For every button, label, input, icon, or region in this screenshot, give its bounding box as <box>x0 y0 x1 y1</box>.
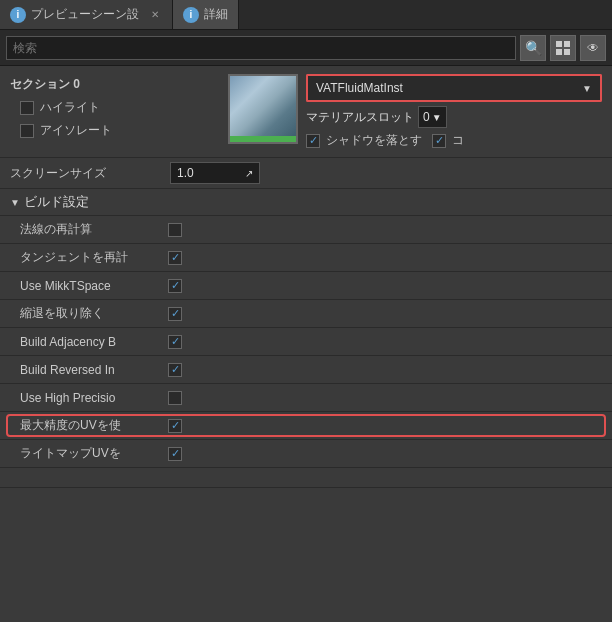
lightmap-checkbox[interactable] <box>168 447 182 461</box>
tangents-checkbox[interactable] <box>168 251 182 265</box>
slot-value: 0 <box>423 110 430 124</box>
screensize-input[interactable]: 1.0 ↗ <box>170 162 260 184</box>
slot-row: マテリアルスロット 0 ▼ <box>306 106 602 128</box>
mikkt-value <box>168 279 602 293</box>
expand-icon: ↗ <box>245 168 253 179</box>
tangents-value <box>168 251 602 265</box>
detail-tab-icon: i <box>183 7 199 23</box>
maxuv-checkbox[interactable] <box>168 419 182 433</box>
material-dropdown[interactable]: VATFluidMatInst ▼ <box>306 74 602 102</box>
search-button[interactable]: 🔍 <box>520 35 546 61</box>
build-settings-label: ビルド設定 <box>24 193 89 211</box>
normals-checkbox[interactable] <box>168 223 182 237</box>
highprecision-label: Use High Precisio <box>20 391 168 405</box>
material-dropdown-label: VATFluidMatInst <box>316 81 403 95</box>
preview-tab-icon: i <box>10 7 26 23</box>
search-input[interactable] <box>6 36 516 60</box>
build-prop-maxuv: 最大精度のUVを使 <box>0 412 612 440</box>
normals-label: 法線の再計算 <box>20 221 168 238</box>
degenerate-value <box>168 307 602 321</box>
shadow-checkbox2[interactable] <box>432 134 446 148</box>
screensize-row: スクリーンサイズ 1.0 ↗ <box>0 158 612 189</box>
lightmap-label: ライトマップUVを <box>20 445 168 462</box>
svg-rect-0 <box>556 41 562 47</box>
screensize-value: 1.0 ↗ <box>170 162 602 184</box>
bottom-spacer <box>0 468 612 488</box>
main-content: セクション 0 ハイライト アイソレート VATFluidMatInst ▼ <box>0 66 612 622</box>
shadow-checkbox[interactable] <box>306 134 320 148</box>
adjacency-checkbox[interactable] <box>168 335 182 349</box>
highlight-label: ハイライト <box>40 99 100 116</box>
shadow-label2: コ <box>452 132 464 149</box>
build-prop-reversed: Build Reversed In <box>0 356 612 384</box>
view-grid-button[interactable] <box>550 35 576 61</box>
mikkt-checkbox[interactable] <box>168 279 182 293</box>
degenerate-label: 縮退を取り除く <box>20 305 168 322</box>
mikkt-label: Use MikkTSpace <box>20 279 168 293</box>
slot-label: マテリアルスロット <box>306 109 414 126</box>
preview-tab-label: プレビューシーン設 <box>31 6 139 23</box>
section0-label: セクション 0 <box>10 76 220 93</box>
normals-value <box>168 223 602 237</box>
eye-button[interactable]: 👁 <box>580 35 606 61</box>
shadow-label: シャドウを落とす <box>326 132 422 149</box>
build-prop-tangents: タンジェントを再計 <box>0 244 612 272</box>
search-bar: 🔍 👁 <box>0 30 612 66</box>
build-expand-icon: ▼ <box>10 197 20 208</box>
highprecision-checkbox[interactable] <box>168 391 182 405</box>
shadow-row: シャドウを落とす コ <box>306 132 602 149</box>
build-prop-normals: 法線の再計算 <box>0 216 612 244</box>
build-prop-adjacency: Build Adjacency B <box>0 328 612 356</box>
screensize-label: スクリーンサイズ <box>10 165 170 182</box>
build-prop-degenerate: 縮退を取り除く <box>0 300 612 328</box>
svg-rect-1 <box>564 41 570 47</box>
build-settings-header[interactable]: ▼ ビルド設定 <box>0 189 612 216</box>
maxuv-label: 最大精度のUVを使 <box>20 417 168 434</box>
svg-rect-2 <box>556 49 562 55</box>
reversed-label: Build Reversed In <box>20 363 168 377</box>
tab-detail[interactable]: i 詳細 <box>173 0 239 29</box>
tangents-label: タンジェントを再計 <box>20 249 168 266</box>
adjacency-value <box>168 335 602 349</box>
slot-dropdown-icon: ▼ <box>432 112 442 123</box>
degenerate-checkbox[interactable] <box>168 307 182 321</box>
maxuv-value <box>168 419 602 433</box>
highlight-checkbox[interactable] <box>20 101 34 115</box>
detail-tab-label: 詳細 <box>204 6 228 23</box>
tab-preview[interactable]: i プレビューシーン設 ✕ <box>0 0 173 29</box>
thumbnail-image <box>230 76 296 142</box>
isolate-checkbox[interactable] <box>20 124 34 138</box>
build-prop-mikkt: Use MikkTSpace <box>0 272 612 300</box>
isolate-label: アイソレート <box>40 122 112 139</box>
reversed-checkbox[interactable] <box>168 363 182 377</box>
build-prop-lightmap: ライトマップUVを <box>0 440 612 468</box>
highprecision-value <box>168 391 602 405</box>
adjacency-label: Build Adjacency B <box>20 335 168 349</box>
build-prop-highprecision: Use High Precisio <box>0 384 612 412</box>
material-thumbnail <box>228 74 298 144</box>
preview-tab-close[interactable]: ✕ <box>148 8 162 22</box>
lightmap-value <box>168 447 602 461</box>
svg-rect-3 <box>564 49 570 55</box>
reversed-value <box>168 363 602 377</box>
material-controls: VATFluidMatInst ▼ マテリアルスロット 0 ▼ シャドウを落とす… <box>306 74 602 149</box>
dropdown-arrow-icon: ▼ <box>582 83 592 94</box>
tab-bar: i プレビューシーン設 ✕ i 詳細 <box>0 0 612 30</box>
thumbnail-green-bar <box>230 136 296 142</box>
